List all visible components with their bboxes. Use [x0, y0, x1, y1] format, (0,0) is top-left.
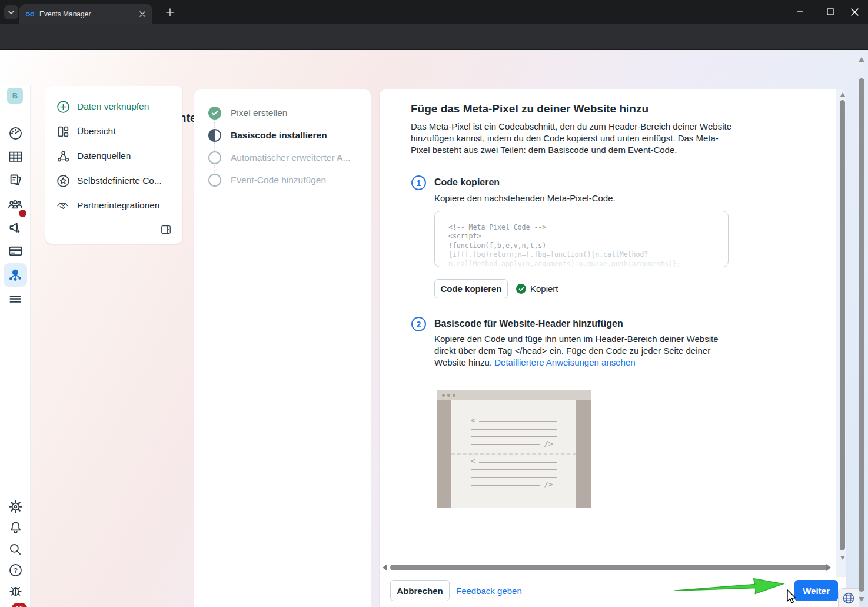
meta-favicon: [25, 9, 35, 19]
screen: Events Manager business.face: [0, 0, 868, 607]
illustration-divider: [451, 453, 576, 455]
wizard-steps-panel: Pixel erstellen Basiscode installieren A…: [194, 89, 371, 607]
rail-bug-report-icon[interactable]: [0, 583, 31, 599]
illustration-left-column: [437, 400, 451, 508]
window-maximize-button[interactable]: [817, 0, 844, 24]
illustration-right-column: [576, 400, 591, 508]
page-vscroll-down-arrow[interactable]: [859, 597, 864, 602]
pixel-code-block: <!-- Meta Pixel Code --><script>!functio…: [434, 211, 729, 267]
step-pixel-erstellen[interactable]: Pixel erstellen: [208, 106, 371, 120]
copied-status: Kopiert: [516, 284, 558, 294]
copied-check-icon: [516, 284, 526, 294]
svg-text:?: ?: [14, 566, 18, 575]
step2-title: Basiscode für Website-Header hinzufügen: [434, 319, 623, 329]
step-done-icon: [208, 107, 221, 120]
browser-toolbar: business.facebook.com/events_manager2/pi…: [0, 24, 868, 50]
copy-code-button[interactable]: Code kopieren: [434, 279, 508, 298]
nav-item-label: Daten verknüpfen: [77, 101, 149, 112]
step2-body: Kopiere den Code und füge ihn unten im H…: [434, 333, 731, 369]
pixel-nav-panel: Daten verknüpfen Übersicht Datenquellen …: [45, 86, 182, 244]
left-rail: B: [0, 85, 31, 607]
browser-tabstrip: Events Manager: [0, 0, 868, 24]
tab-close-icon[interactable]: [137, 9, 148, 19]
rail-events-manager-selected[interactable]: [4, 263, 27, 287]
code-line: n.callMethod.apply(n,arguments):n.queue.…: [448, 260, 728, 267]
step-todo-icon: [208, 151, 221, 164]
nav-item-overview[interactable]: Übersicht: [45, 119, 182, 144]
data-sources-icon: [56, 149, 70, 163]
step-connector: [214, 120, 215, 128]
events-manager-icon: [8, 267, 23, 283]
step-event-code-hinzufuegen[interactable]: Event-Code hinzufügen: [208, 173, 371, 187]
rail-business-avatar[interactable]: B: [7, 88, 23, 104]
page-vscroll-up-arrow[interactable]: [859, 57, 864, 62]
step-automatischer-abgleich[interactable]: Automatischer erweiterter A...: [208, 151, 371, 165]
rail-search-icon[interactable]: [0, 542, 31, 557]
cancel-button[interactable]: Abbrechen: [390, 580, 450, 601]
detailed-instructions-link[interactable]: Detailliertere Anweisungen ansehen: [494, 357, 635, 367]
content-intro: Das Meta-Pixel ist ein Codeabschnitt, de…: [411, 121, 731, 156]
step2-number: 2: [411, 317, 426, 331]
nav-item-data-sources[interactable]: Datenquellen: [45, 144, 182, 168]
nav-item-label: Datenquellen: [77, 151, 131, 161]
rail-audiences-icon[interactable]: [0, 196, 31, 213]
tab-title: Events Manager: [39, 10, 137, 18]
step1-subtitle: Kopiere den nachstehenden Meta-Pixel-Cod…: [434, 193, 616, 203]
window-minimize-button[interactable]: [787, 0, 814, 24]
code-line: !function(f,b,e,v,n,t,s): [448, 241, 728, 250]
code-line: <!-- Meta Pixel Code -->: [448, 223, 728, 232]
window-close-button[interactable]: [841, 0, 868, 24]
nav-item-connect-data[interactable]: Daten verknüpfen: [45, 94, 182, 119]
inner-vscroll-down-arrow[interactable]: [840, 556, 845, 560]
nav-item-partner-integrations[interactable]: Partnerintegrationen: [45, 193, 182, 218]
new-tab-button[interactable]: [162, 5, 178, 20]
app-header: Neues Pixel einrichten B Bianca Kurras W…: [0, 50, 868, 85]
nav-item-custom-conversions[interactable]: Selbstdefinierte Co...: [45, 168, 182, 193]
hscroll-left-arrow[interactable]: [383, 564, 387, 571]
step-basiscode-installieren[interactable]: Basiscode installieren: [208, 128, 371, 142]
rail-ads-icon[interactable]: [0, 220, 31, 235]
star-circle-icon: [56, 174, 70, 188]
page-vscroll-thumb[interactable]: [859, 78, 864, 592]
nav-item-label: Selbstdefinierte Co...: [77, 175, 162, 186]
plus-circle-icon: [56, 99, 70, 114]
next-button[interactable]: Weiter: [794, 580, 838, 601]
step1-number: 1: [411, 175, 426, 190]
browser-tab[interactable]: Events Manager: [19, 4, 152, 24]
feedback-link[interactable]: Feedback geben: [456, 586, 522, 596]
hscroll-thumb[interactable]: [390, 565, 827, 570]
rail-home-icon[interactable]: [0, 125, 31, 141]
rail-pages-icon[interactable]: [0, 173, 31, 188]
hscroll-right-arrow[interactable]: [826, 564, 831, 571]
overview-icon: [56, 124, 70, 138]
notification-count-badge: 15: [12, 603, 27, 607]
tab-search-button[interactable]: [4, 5, 18, 19]
illustration-browser-bar: [437, 390, 591, 400]
main-content-panel: Füge das Meta-Pixel zu deiner Website hi…: [380, 89, 846, 607]
collapse-panel-icon[interactable]: [159, 223, 173, 237]
annotation-arrow-icon: [673, 575, 787, 599]
rail-billing-icon[interactable]: [0, 243, 31, 259]
step1-title: Code kopieren: [434, 177, 500, 188]
inner-vscroll-up-arrow[interactable]: [840, 92, 845, 97]
language-globe-button[interactable]: [838, 588, 859, 607]
handshake-icon: [56, 198, 70, 213]
globe-icon: [842, 592, 855, 605]
content-title: Füge das Meta-Pixel zu deiner Website hi…: [411, 102, 648, 115]
code-line: {if(f.fbq)return;n=f.fbq=function(){n.ca…: [448, 250, 728, 259]
copied-label: Kopiert: [530, 284, 558, 294]
code-line: <script>: [448, 232, 728, 241]
inner-vscroll-thumb[interactable]: [840, 100, 845, 550]
nav-item-label: Übersicht: [77, 126, 115, 137]
rail-reports-icon[interactable]: [0, 149, 31, 165]
mouse-cursor: [785, 589, 798, 605]
step-connector: [214, 142, 215, 151]
rail-help-icon[interactable]: ?: [0, 562, 31, 578]
step-connector: [214, 165, 215, 173]
rail-all-tools-icon[interactable]: [0, 291, 31, 307]
rail-notifications-bell-icon[interactable]: [0, 520, 31, 536]
rail-settings-gear-icon[interactable]: [0, 499, 31, 515]
nav-item-label: Partnerintegrationen: [77, 200, 159, 211]
header-code-illustration: < /> < />: [437, 390, 591, 508]
step-current-icon: [208, 129, 221, 142]
